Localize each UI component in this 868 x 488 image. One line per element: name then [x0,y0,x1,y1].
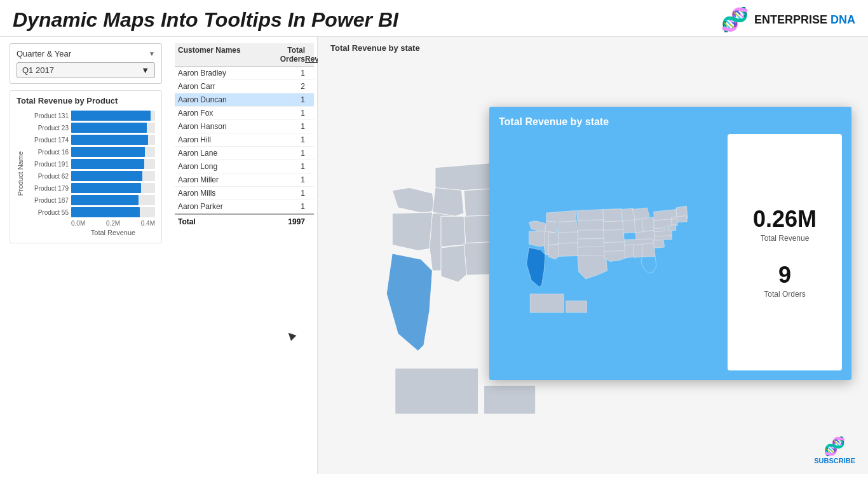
bar-track [71,171,155,181]
state-ca [386,254,432,351]
bar-label: Product 23 [27,125,69,132]
total-revenue-value [305,217,311,226]
revenue-value [305,202,311,211]
table-row[interactable]: Aaron Miller 1 [175,173,314,187]
order-count: 1 [267,69,305,78]
bar-label: Product 131 [27,112,69,119]
slicer-dropdown-icon: ▼ [141,65,149,75]
bar-fill [71,147,145,157]
bar-chart-container: Total Revenue by Product Product Name Pr… [10,90,162,243]
slicer-selected-value: Q1 2017 [22,65,54,75]
bar-label: Product 16 [27,149,69,156]
center-panel: Customer Names Total Orders Total Revenu… [172,37,318,474]
subscribe-area[interactable]: 🧬 SUBSCRIBE [814,436,855,464]
x-tick-2: 0.4M [141,220,155,227]
bar-label: Product 174 [27,137,69,144]
order-count: 1 [267,149,305,158]
customer-name: Aaron Fox [178,109,267,118]
bar-label: Product 191 [27,161,69,168]
order-count: 1 [267,202,305,211]
map-panel: Total Revenue by state [318,37,868,474]
bar-row[interactable]: Product 179 [27,183,155,193]
order-count: 1 [267,162,305,171]
bar-row[interactable]: Product 16 [27,147,155,157]
stat-revenue: 0.26M Total Revenue [740,206,829,243]
customer-name: Aaron Hill [178,135,267,144]
bar-track [71,123,155,133]
table-row[interactable]: Aaron Carr 2 [175,80,314,93]
bar-row[interactable]: Product 174 [27,135,155,145]
customer-name: Aaron Miller [178,175,267,184]
state-ak [395,368,478,414]
order-count: 1 [267,189,305,198]
bar-track [71,111,155,121]
tooltip-stats: 0.26M Total Revenue 9 Total Orders [728,134,842,370]
table-row[interactable]: Aaron Mills 1 [175,187,314,200]
subscribe-label: SUBSCRIBE [814,457,855,464]
bar-fill [71,135,148,145]
bar-fill [71,159,144,169]
table-row[interactable]: Aaron Hanson 1 [175,120,314,133]
bar-row[interactable]: Product 23 [27,123,155,133]
table-row[interactable]: Aaron Fox 1 [175,107,314,120]
left-panel: Quarter & Year ▼ Q1 2017 ▼ Total Revenue… [0,37,172,474]
bar-row[interactable]: Product 187 [27,195,155,205]
revenue-value [305,162,311,171]
table-row[interactable]: Aaron Parker 1 [175,200,314,214]
slicer-label: Quarter & Year [17,49,71,58]
customer-name: Aaron Hanson [178,122,267,131]
total-label: Total [178,217,267,226]
revenue-value [305,95,311,104]
bar-chart-body: Product 131 Product 23 Product 174 Produ… [27,111,155,236]
subscribe-dna-icon: 🧬 [824,436,846,457]
table-row[interactable]: Aaron Long 1 [175,160,314,173]
bar-row[interactable]: Product 55 [27,207,155,217]
bar-label: Product 62 [27,173,69,180]
bar-label: Product 187 [27,197,69,204]
stat-orders-label: Total Orders [740,290,829,299]
bar-row[interactable]: Product 131 [27,111,155,121]
customer-name: Aaron Parker [178,202,267,211]
customer-name: Aaron Carr [178,82,267,91]
bar-label: Product 55 [27,209,69,216]
revenue-value [305,109,311,118]
y-axis-label: Product Name [17,151,24,196]
revenue-value [305,189,311,198]
customer-name: Aaron Lane [178,149,267,158]
customer-name: Aaron Duncan [178,95,267,104]
tooltip-map [499,134,721,370]
slicer-value[interactable]: Q1 2017 ▼ [17,62,155,78]
x-tick-0: 0.0M [71,220,85,227]
quarter-year-slicer[interactable]: Quarter & Year ▼ Q1 2017 ▼ [10,43,162,84]
bar-chart-title: Total Revenue by Product [17,96,155,105]
state-or [392,212,435,250]
revenue-value [305,175,311,184]
logo-area: 🧬 ENTERPRISE DNA [721,6,855,33]
bar-track [71,207,155,217]
tooltip-overlay: Total Revenue by state [489,107,851,380]
table-row[interactable]: Aaron Hill 1 [175,133,314,147]
bar-fill [71,183,141,193]
x-axis: 0.0M 0.2M 0.4M [27,220,155,227]
bar-fill [71,207,140,217]
table-row[interactable]: Aaron Bradley 1 [175,67,314,80]
customer-name: Aaron Long [178,162,267,171]
bar-row[interactable]: Product 191 [27,159,155,169]
bar-chart-inner: Product Name Product 131 Product 23 Prod… [17,111,155,236]
table-row[interactable]: Aaron Lane 1 [175,147,314,160]
customer-table: Customer Names Total Orders Total Revenu… [175,43,314,229]
customer-name: Aaron Mills [178,189,267,198]
x-tick-1: 0.2M [106,220,120,227]
order-count: 2 [267,82,305,91]
map-title: Total Revenue by state [330,43,420,53]
bar-fill [71,111,151,121]
x-axis-title: Total Revenue [27,229,155,236]
table-row[interactable]: Aaron Duncan 1 [175,93,314,107]
main-content: Quarter & Year ▼ Q1 2017 ▼ Total Revenue… [0,37,868,474]
table-total-row: Total 1997 [175,214,314,229]
bar-track [71,183,155,193]
bar-track [71,135,155,145]
revenue-value [305,149,311,158]
col-customer-names: Customer Names [178,46,267,64]
bar-row[interactable]: Product 62 [27,171,155,181]
